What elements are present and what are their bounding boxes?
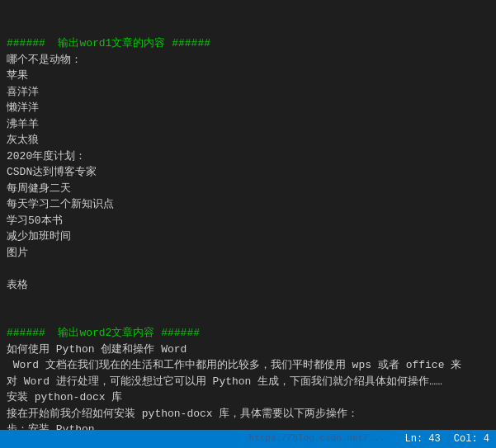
code-line: 苹果 [7,68,489,84]
code-line: CSDN达到博客专家 [7,164,489,181]
code-line: ###### 输出word1文章的内容 ###### [7,35,489,52]
editor-area[interactable]: ###### 输出word1文章的内容 ######哪个不是动物：苹果喜洋洋懒洋… [0,0,496,430]
watermark: https://blog.csdn.net/... [249,433,385,445]
code-line: 灰太狼 [7,132,489,149]
ln-indicator: Ln: 43 [405,433,441,445]
code-line: 图片 [7,245,489,262]
code-line: 表格 [7,277,489,294]
code-line: 如何使用 Python 创建和操作 Word [7,342,489,358]
code-line: 步：安装 Python [7,422,489,430]
code-line [7,261,489,277]
code-line: ###### 输出word2文章内容 ###### [7,325,489,342]
code-line: Word 文档在我们现在的生活和工作中都用的比较多，我们平时都使用 wps 或者… [7,357,489,374]
code-line: 安装 python-docx 库 [7,389,489,406]
code-line: 懒洋洋 [7,100,489,116]
code-line: 每天学习二个新知识点 [7,196,489,213]
code-line: 沸羊羊 [7,116,489,133]
code-content: ###### 输出word1文章的内容 ######哪个不是动物：苹果喜洋洋懒洋… [7,3,489,430]
code-line: 减少加班时间 [7,229,489,245]
code-line: 学习50本书 [7,213,489,229]
code-line: 对 Word 进行处理，可能没想过它可以用 Python 生成，下面我们就介绍具… [7,374,489,390]
status-bar: https://blog.csdn.net/... Ln: 43 Col: 4 [0,430,496,448]
code-line: 2020年度计划： [7,149,489,165]
code-line: 每周健身二天 [7,181,489,197]
code-line: 哪个不是动物： [7,52,489,68]
code-line [7,309,489,326]
code-line [7,293,489,309]
col-indicator: Col: 4 [454,433,489,445]
code-line: 接在开始前我介绍如何安装 python-docx 库，具体需要以下两步操作： [7,406,489,422]
code-line: 喜洋洋 [7,84,489,101]
